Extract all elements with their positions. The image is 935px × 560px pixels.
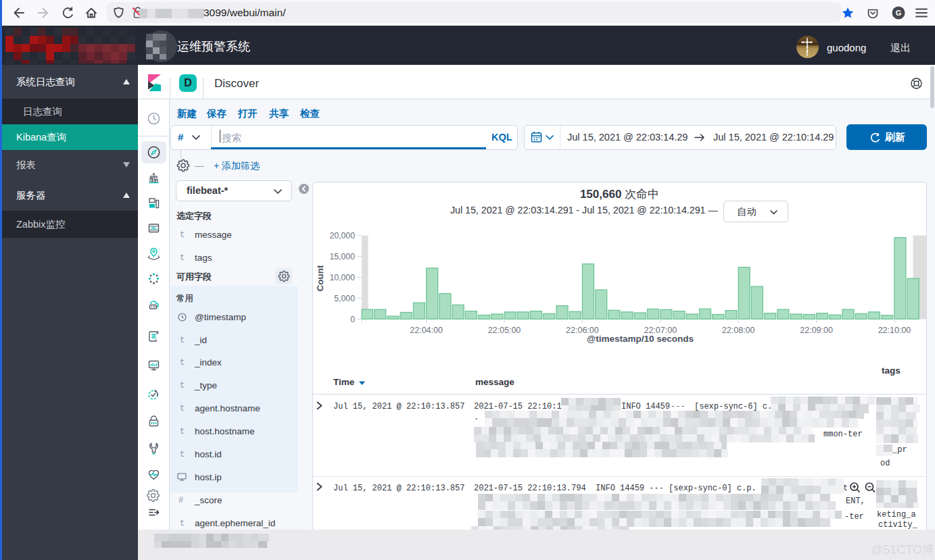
svg-text:@timestamp/10 seconds: @timestamp/10 seconds: [587, 334, 694, 344]
svg-text:22:08:00: 22:08:00: [722, 326, 755, 335]
svg-text:22:04:00: 22:04:00: [410, 326, 443, 335]
svg-text:22:09:00: 22:09:00: [800, 326, 833, 335]
svg-text:G: G: [896, 9, 902, 17]
svg-text:22:05:00: 22:05:00: [488, 326, 521, 335]
svg-text:5,000: 5,000: [334, 294, 355, 303]
svg-text:22:10:00: 22:10:00: [878, 326, 911, 335]
svg-text:15,000: 15,000: [329, 252, 355, 261]
svg-text:Count: Count: [315, 265, 325, 291]
svg-text:10,000: 10,000: [329, 273, 355, 282]
svg-text:0: 0: [350, 315, 355, 324]
svg-text:20,000: 20,000: [329, 231, 355, 240]
